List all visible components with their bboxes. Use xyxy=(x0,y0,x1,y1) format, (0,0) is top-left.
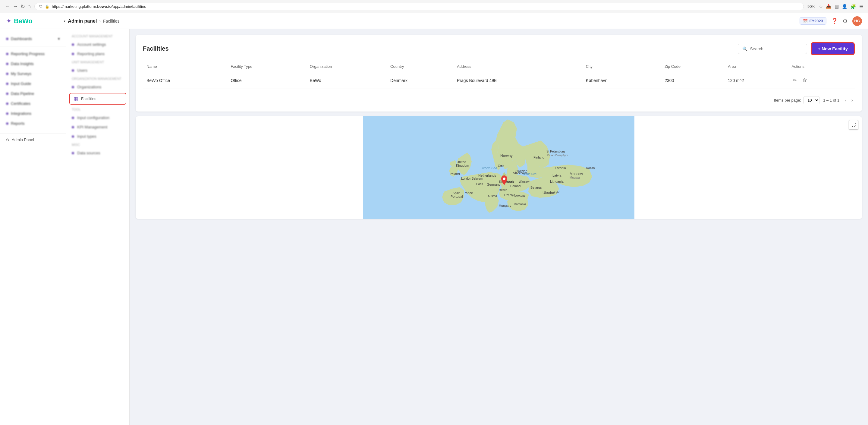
panel-header: Facilities 🔍 + New Facility xyxy=(143,42,855,55)
svg-text:London: London xyxy=(461,177,471,180)
svg-text:United: United xyxy=(457,160,466,164)
sidebar-dot-int xyxy=(6,113,8,115)
per-page-select[interactable]: 10 25 50 xyxy=(804,96,819,104)
facilities-title: Facilities xyxy=(143,45,169,52)
label-input-types: Input types xyxy=(77,134,96,139)
reader-icon[interactable]: ▤ xyxy=(835,4,839,9)
sidebar-item-my-surveys[interactable]: My Surveys xyxy=(0,69,66,79)
admin-item-input-config[interactable]: Input configuration xyxy=(66,113,129,122)
label-facilities: Facilities xyxy=(81,96,96,101)
admin-item-facilities[interactable]: ▦ Facilities xyxy=(69,93,126,104)
extensions-icon[interactable]: 🧩 xyxy=(850,4,856,9)
menu-icon[interactable]: ☰ xyxy=(859,4,863,9)
col-area: Area xyxy=(724,61,788,72)
dot-input-config xyxy=(72,117,74,119)
sidebar-dot-cert xyxy=(6,102,8,105)
sidebar-item-reports[interactable]: Reports xyxy=(0,118,66,128)
sidebar-label-dp: Data Pipeline xyxy=(11,91,34,96)
sidebar-label-rp: Reporting Progress xyxy=(11,52,44,56)
svg-text:Stockholm: Stockholm xyxy=(513,172,527,175)
top-nav: ✦ BeWo ‹ Admin panel › Facilities 📅 FY20… xyxy=(0,13,868,29)
top-nav-left: ✦ BeWo ‹ Admin panel › Facilities xyxy=(6,17,119,25)
sidebar-label-di: Data Insights xyxy=(11,61,34,66)
breadcrumb-current-page: Facilities xyxy=(103,19,119,24)
col-facility-type: Facility Type xyxy=(227,61,306,72)
admin-item-kpi-management[interactable]: KPI Management xyxy=(66,122,129,132)
admin-item-organizations[interactable]: Organizations xyxy=(66,82,129,92)
browser-bar: ← → ↻ ⌂ 🛡 🔒 https://marketing.platform.b… xyxy=(0,0,868,13)
admin-item-input-types[interactable]: Input types xyxy=(66,132,129,141)
col-name: Name xyxy=(143,61,227,72)
user-avatar[interactable]: HG xyxy=(852,16,862,26)
sidebar-label-ig: Input Guide xyxy=(11,81,31,86)
sidebar-item-integrations[interactable]: Integrations xyxy=(0,109,66,118)
fy-badge[interactable]: 📅 FY2023 xyxy=(800,17,827,25)
svg-point-42 xyxy=(516,173,517,174)
forward-nav-icon[interactable]: → xyxy=(13,3,18,10)
delete-button[interactable]: 🗑 xyxy=(801,77,809,84)
admin-item-reporting-plans[interactable]: Reporting plans xyxy=(66,49,129,58)
svg-text:Belarus: Belarus xyxy=(530,186,542,189)
svg-text:Norway: Norway xyxy=(500,154,513,158)
svg-text:Ukraine: Ukraine xyxy=(542,191,555,195)
panel-actions: 🔍 + New Facility xyxy=(738,42,855,55)
sidebar-label-dashboards: Dashboards xyxy=(11,36,32,41)
settings-icon[interactable]: ⚙ xyxy=(843,18,847,24)
sidebar-item-certificates[interactable]: Certificates xyxy=(0,98,66,109)
pocket-icon[interactable]: 📥 xyxy=(826,4,832,9)
search-wrapper[interactable]: 🔍 xyxy=(738,44,807,54)
home-icon[interactable]: ⌂ xyxy=(27,3,31,10)
breadcrumb-admin-label[interactable]: Admin panel xyxy=(68,19,97,24)
next-page-button[interactable]: › xyxy=(849,97,855,104)
back-nav-icon[interactable]: ← xyxy=(5,3,10,10)
svg-text:Spain: Spain xyxy=(453,191,461,195)
admin-item-users[interactable]: Users xyxy=(66,66,129,75)
sidebar-dot-ig xyxy=(6,83,8,85)
svg-text:France: France xyxy=(463,191,473,195)
page-info: 1 – 1 of 1 xyxy=(823,98,839,102)
label-input-config: Input configuration xyxy=(77,116,110,120)
admin-sidebar: Account Management Account settings Repo… xyxy=(66,29,130,425)
col-city: City xyxy=(582,61,661,72)
sidebar-item-dashboards[interactable]: Dashboards ▾ xyxy=(0,34,66,44)
reload-icon[interactable]: ↻ xyxy=(21,3,25,10)
star-icon[interactable]: ☆ xyxy=(819,4,823,9)
main-layout: Dashboards ▾ Reporting Progress Data Ins… xyxy=(0,29,868,425)
items-per-page-label: Items per page: xyxy=(774,98,801,102)
expand-icon: ⛶ xyxy=(851,122,856,127)
search-input[interactable] xyxy=(750,47,803,51)
map-expand-button[interactable]: ⛶ xyxy=(849,120,858,130)
help-icon[interactable]: ❓ xyxy=(831,18,838,24)
breadcrumb-separator: › xyxy=(99,19,101,24)
admin-item-account-settings[interactable]: Account settings xyxy=(66,40,129,49)
bewo-logo-icon: ✦ xyxy=(6,17,11,25)
svg-text:Portugal: Portugal xyxy=(451,195,463,198)
sidebar-item-reporting-progress[interactable]: Reporting Progress xyxy=(0,49,66,59)
svg-point-40 xyxy=(501,165,502,167)
content-area: Facilities 🔍 + New Facility Name Facilit… xyxy=(130,29,868,425)
sidebar-item-data-insights[interactable]: Data Insights xyxy=(0,59,66,69)
table-body: BeWo Office Office BeWo Denmark Prags Bo… xyxy=(143,72,855,89)
svg-text:Belgium: Belgium xyxy=(472,177,483,180)
breadcrumb-back-btn[interactable]: ‹ xyxy=(64,19,65,24)
col-country: Country xyxy=(387,61,453,72)
admin-item-data-sources[interactable]: Data sources xyxy=(66,148,129,158)
svg-text:Poland: Poland xyxy=(510,184,521,188)
admin-section-org-management: Organization management xyxy=(66,75,129,82)
dot-data-sources xyxy=(72,152,74,154)
address-bar[interactable]: 🛡 🔒 https://marketing.platform.bewo.io/a… xyxy=(34,3,804,10)
admin-panel-footer-link[interactable]: ⊙ Admin Panel xyxy=(0,133,66,146)
edit-button[interactable]: ✏ xyxy=(792,76,798,84)
admin-panel-icon: ⊙ xyxy=(6,138,9,142)
fy-label: FY2023 xyxy=(809,19,823,23)
prev-page-button[interactable]: ‹ xyxy=(843,97,848,104)
sidebar-dot-rep xyxy=(6,122,8,125)
col-actions: Actions xyxy=(788,61,855,72)
new-facility-button[interactable]: + New Facility xyxy=(811,42,855,55)
left-sidebar: Dashboards ▾ Reporting Progress Data Ins… xyxy=(0,29,66,425)
sidebar-item-input-guide[interactable]: Input Guide xyxy=(0,79,66,89)
account-icon[interactable]: 👤 xyxy=(842,4,847,9)
top-nav-right: 📅 FY2023 ❓ ⚙ HG xyxy=(800,16,862,26)
label-users: Users xyxy=(77,68,87,73)
sidebar-item-data-pipeline[interactable]: Data Pipeline xyxy=(0,89,66,98)
